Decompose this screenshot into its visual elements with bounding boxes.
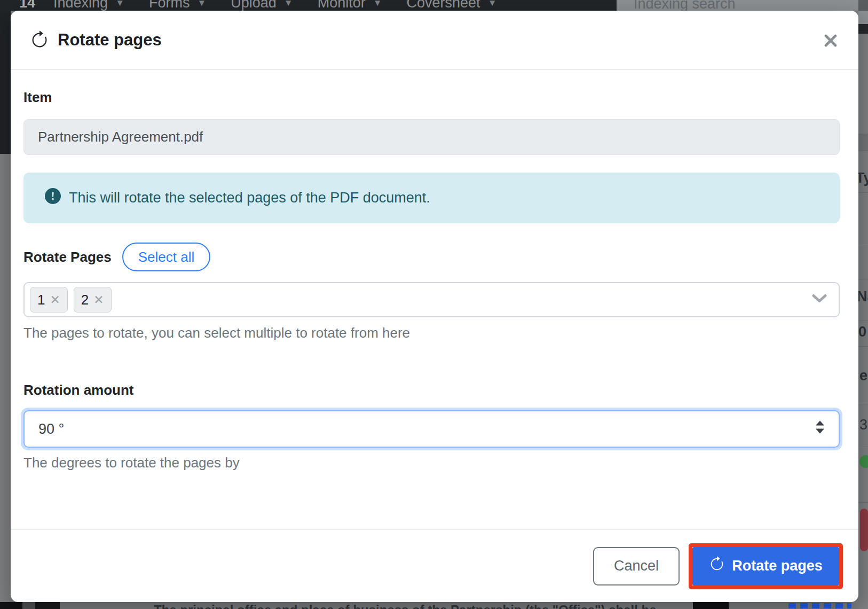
exclamation-circle-icon [45,188,61,208]
bg-fragment-0: 0 [858,324,866,340]
background-left-strip [0,11,11,602]
bg-document-text: The principal office and place of busine… [154,603,657,609]
select-updown-icon [814,420,826,439]
close-icon[interactable] [821,31,840,50]
page-tag: 1 ✕ [30,287,68,313]
select-all-button[interactable]: Select all [122,243,211,271]
rotate-clockwise-icon [709,556,725,576]
bg-fragment-3: 3 [859,417,867,433]
nav-item-forms[interactable]: Forms [149,0,190,11]
nav-item-indexing[interactable]: Indexing [53,0,108,11]
rotation-amount-value: 90 ° [38,421,64,438]
background-bottom-strip: The principal office and place of busine… [0,602,868,609]
page-tag: 2 ✕ [74,287,112,313]
indexing-search-input[interactable]: Indexing search [617,0,858,11]
chevron-down-icon [812,294,827,306]
pages-multiselect[interactable]: 1 ✕ 2 ✕ [23,282,840,317]
modal-footer: Cancel Rotate pages [11,529,858,602]
modal-body: Item This will rotate the selected pages… [11,89,858,471]
remove-tag-icon[interactable]: ✕ [50,294,60,306]
remove-tag-icon[interactable]: ✕ [93,294,104,306]
bg-maroon-bar [860,509,868,551]
chevron-down-icon: ▼ [197,0,206,9]
bg-green-dot [859,455,868,468]
item-field [23,119,840,155]
search-placeholder: Indexing search [634,0,736,11]
bg-fragment-e: e [859,368,867,384]
rotate-pages-label: Rotate Pages [23,249,112,266]
bg-blue-text-fragment [788,603,851,608]
bg-fragment-ty: Ty [858,170,868,186]
chevron-down-icon: ▼ [284,0,293,9]
nav-item-monitor[interactable]: Monitor [318,0,366,11]
rotate-pages-button[interactable]: Rotate pages [692,547,839,585]
chevron-down-icon: ▼ [488,0,497,9]
background-right-strip: Ty Na 0 e 3 [858,0,868,609]
rotation-amount-select[interactable]: 90 ° [23,410,840,448]
background-navbar: 14 Indexing▼ Forms▼ Upload▼ Monitor▼ Cov… [0,0,617,11]
rotation-help-text: The degrees to rotate the pages by [23,455,840,471]
click-highlight-frame: Rotate pages [689,543,843,589]
modal-title: Rotate pages [30,30,162,50]
item-label: Item [23,89,840,106]
rotate-pages-modal: Rotate pages Item This will rotate the s… [11,11,858,602]
bg-fragment-na: Na [858,288,868,305]
info-alert-text: This will rotate the selected pages of t… [69,190,430,206]
page-tag-value: 2 [81,292,89,308]
modal-header: Rotate pages [11,11,858,70]
chevron-down-icon: ▼ [373,0,382,9]
chevron-down-icon: ▼ [115,0,124,9]
modal-title-text: Rotate pages [58,30,162,50]
info-alert: This will rotate the selected pages of t… [23,173,840,223]
nav-item-upload[interactable]: Upload [231,0,277,11]
pages-help-text: The pages to rotate, you can select mult… [23,325,840,341]
cancel-button[interactable]: Cancel [593,547,680,585]
rotate-pages-button-label: Rotate pages [732,558,823,574]
nav-item-coversheet[interactable]: Coversheet [407,0,480,11]
rotate-clockwise-icon [30,30,49,50]
page-tag-value: 1 [37,292,45,308]
nav-badge: 14 [19,0,35,11]
rotation-amount-label: Rotation amount [23,382,840,399]
